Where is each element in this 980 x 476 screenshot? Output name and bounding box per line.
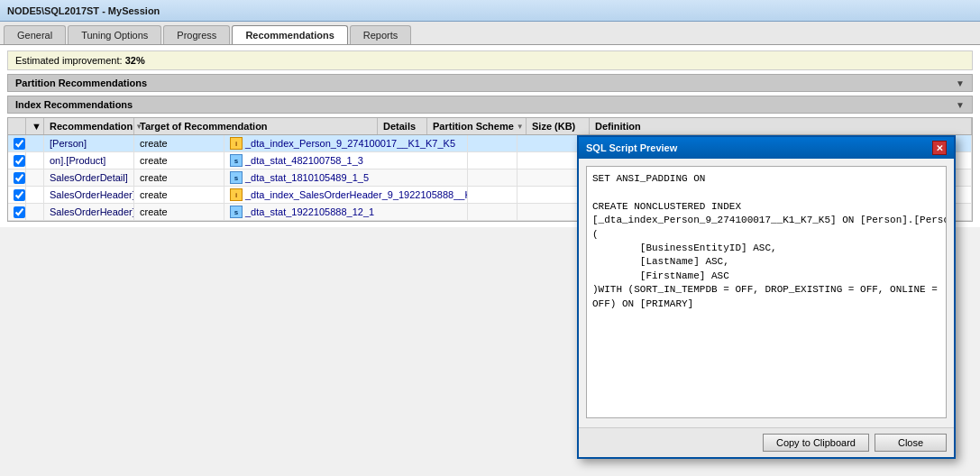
row-rec: create [134, 152, 224, 169]
row-entity: [Person] [44, 135, 134, 151]
tab-progress[interactable]: Progress [163, 25, 230, 44]
row-rec: create [134, 187, 224, 203]
row-checkbox[interactable] [14, 172, 25, 184]
row-rec: create [134, 169, 224, 186]
col-header-def: Definition [590, 118, 972, 134]
stat-icon: s [230, 206, 243, 218]
sql-preview-dialog: SQL Script Preview ✕ Copy to Clipboard C… [577, 135, 956, 227]
col-header-details: Details [378, 118, 427, 134]
stat-icon: s [230, 171, 243, 184]
row-target: i _dta_index_SalesOrderHeader_9_19221058… [224, 187, 468, 203]
dialog-close-button[interactable]: ✕ [932, 141, 947, 155]
index-icon: i [230, 188, 243, 201]
dialog-titlebar: SQL Script Preview ✕ [579, 137, 954, 159]
window-title: NODE5\SQL2017ST - MySession [7, 5, 160, 16]
estimated-label: Estimated improvement: [15, 55, 123, 66]
row-target: i _dta_index_Person_9_274100017__K1_K7_K… [224, 135, 468, 151]
row-rec: create [134, 204, 224, 220]
row-details [468, 169, 517, 186]
col-header-sort[interactable]: ▼ [26, 118, 44, 134]
stat-icon: s [230, 154, 243, 167]
dialog-body [579, 159, 954, 227]
tab-tuning-options[interactable]: Tuning Options [68, 25, 161, 44]
row-entity: SalesOrderHeader] [44, 187, 134, 203]
partition-section-label: Partition Recommendations [15, 78, 147, 88]
row-checkbox[interactable] [14, 155, 25, 167]
row-details [468, 152, 517, 169]
row-details [468, 135, 517, 151]
partition-chevron-icon: ▼ [956, 78, 965, 88]
index-section-label: Index Recommendations [15, 99, 133, 110]
col-header-recommendation[interactable]: Recommendation ▼ [44, 118, 134, 134]
index-section-header[interactable]: Index Recommendations ▼ [7, 96, 973, 114]
tab-reports[interactable]: Reports [350, 25, 412, 44]
row-details [468, 204, 517, 220]
row-target: s _dta_stat_482100758_1_3 [224, 152, 468, 169]
sql-content-textarea[interactable] [586, 166, 947, 227]
table-header: ▼ Recommendation ▼ Target of Recommendat… [8, 118, 972, 135]
partition-sort-icon: ▼ [517, 123, 524, 131]
tab-general[interactable]: General [4, 25, 66, 44]
row-entity: on].[Product] [44, 152, 134, 169]
row-checkbox[interactable] [14, 189, 25, 201]
col-header-target[interactable]: Target of Recommendation [134, 118, 378, 134]
dialog-title: SQL Script Preview [586, 142, 677, 153]
row-entity: SalesOrderHeader] [44, 204, 134, 220]
tab-recommendations[interactable]: Recommendations [232, 25, 347, 44]
estimated-improvement-bar: Estimated improvement: 32% [7, 50, 973, 70]
row-target: s _dta_stat_1810105489_1_5 [224, 169, 468, 186]
row-rec: create [134, 135, 224, 151]
row-target: s _dta_stat_1922105888_12_1 [224, 204, 468, 220]
row-checkbox[interactable] [14, 138, 25, 150]
row-details [468, 187, 517, 203]
partition-section-header[interactable]: Partition Recommendations ▼ [7, 74, 973, 92]
col-header-check [8, 118, 26, 134]
row-entity: SalesOrderDetail] [44, 169, 134, 186]
index-chevron-icon: ▼ [956, 100, 965, 110]
col-header-size: Size (KB) [527, 118, 590, 134]
row-checkbox[interactable] [14, 206, 25, 218]
tab-bar: General Tuning Options Progress Recommen… [0, 22, 980, 45]
col-header-partition[interactable]: Partition Scheme ▼ [427, 118, 527, 134]
index-icon: i [230, 137, 243, 150]
estimated-value: 32% [125, 55, 145, 66]
